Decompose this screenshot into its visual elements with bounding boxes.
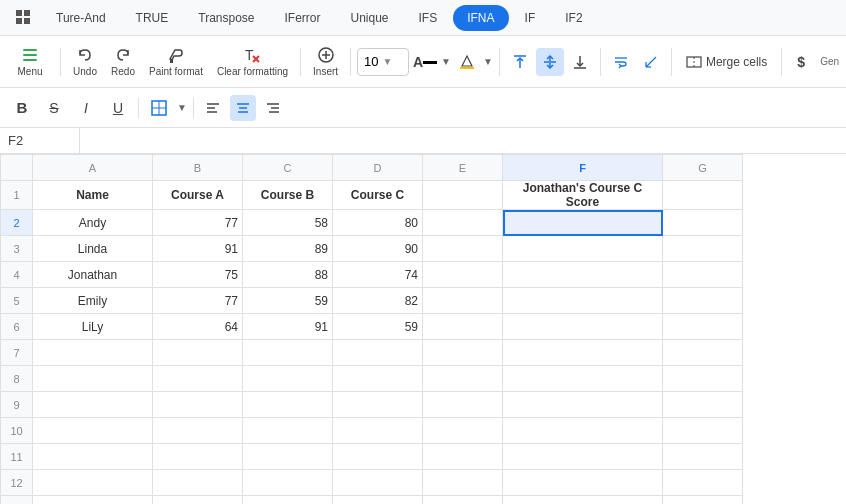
text-rotate-button[interactable] [637, 48, 665, 76]
cell-g1[interactable] [663, 181, 743, 210]
currency-icon: $ [797, 54, 805, 70]
clear-formatting-button[interactable]: T Clear formatting [211, 42, 294, 81]
paint-format-button[interactable]: Paint format [143, 42, 209, 81]
cell-a6[interactable]: LiLy [33, 314, 153, 340]
cell-b6[interactable]: 64 [153, 314, 243, 340]
tab-ifna[interactable]: IFNA [453, 5, 508, 31]
cell-c2[interactable]: 58 [243, 210, 333, 236]
strikethrough-button[interactable]: S [40, 94, 68, 122]
col-header-d[interactable]: D [333, 155, 423, 181]
cell-d5[interactable]: 82 [333, 288, 423, 314]
valign-top-button[interactable] [506, 48, 534, 76]
font-color-button[interactable]: A [411, 48, 439, 76]
cell-e2[interactable] [423, 210, 503, 236]
text-wrap-button[interactable] [607, 48, 635, 76]
table-row: 1 Name Course A Course B Course C Jonath… [1, 181, 743, 210]
font-color-dropdown[interactable]: ▼ [441, 56, 451, 67]
cell-d1[interactable]: Course C [333, 181, 423, 210]
text-rotate-icon [643, 54, 659, 70]
font-size-selector[interactable]: 10 ▼ [357, 48, 409, 76]
currency-button[interactable]: $ [788, 49, 814, 75]
cell-c5[interactable]: 59 [243, 288, 333, 314]
cell-b2[interactable]: 77 [153, 210, 243, 236]
cell-g3[interactable] [663, 236, 743, 262]
col-header-g[interactable]: G [663, 155, 743, 181]
cell-c6[interactable]: 91 [243, 314, 333, 340]
cell-a5[interactable]: Emily [33, 288, 153, 314]
merge-icon [686, 54, 702, 70]
cell-e3[interactable] [423, 236, 503, 262]
cell-f3[interactable] [503, 236, 663, 262]
row-num-3: 3 [1, 236, 33, 262]
cell-d4[interactable]: 74 [333, 262, 423, 288]
cell-d2[interactable]: 80 [333, 210, 423, 236]
underline-button[interactable]: U [104, 94, 132, 122]
undo-button[interactable]: Undo [67, 42, 103, 81]
cell-c1[interactable]: Course B [243, 181, 333, 210]
tab-ture-and[interactable]: Ture-And [42, 5, 120, 31]
borders-button[interactable] [145, 94, 173, 122]
svg-rect-4 [23, 49, 37, 51]
tab-true[interactable]: TRUE [122, 5, 183, 31]
cell-e5[interactable] [423, 288, 503, 314]
borders-dropdown[interactable]: ▼ [177, 102, 187, 113]
cell-e6[interactable] [423, 314, 503, 340]
col-header-e[interactable]: E [423, 155, 503, 181]
col-header-a[interactable]: A [33, 155, 153, 181]
cell-f2[interactable] [503, 210, 663, 236]
formula-bar[interactable] [80, 128, 846, 153]
cell-a2[interactable]: Andy [33, 210, 153, 236]
insert-button[interactable]: Insert [307, 42, 344, 81]
grid-container[interactable]: A B C D E F G 1 Name Course A Course B C… [0, 154, 846, 504]
cell-g5[interactable] [663, 288, 743, 314]
italic-button[interactable]: I [72, 94, 100, 122]
cell-ref-box[interactable]: F2 [0, 128, 80, 153]
tab-if[interactable]: IF [511, 5, 550, 31]
gen-label: Gen [820, 56, 839, 67]
cell-g6[interactable] [663, 314, 743, 340]
cell-f5[interactable] [503, 288, 663, 314]
cell-a4[interactable]: Jonathan [33, 262, 153, 288]
align-right-button[interactable] [260, 95, 286, 121]
cell-f4[interactable] [503, 262, 663, 288]
sep5 [600, 48, 601, 76]
fmt-sep1 [138, 98, 139, 118]
cell-a3[interactable]: Linda [33, 236, 153, 262]
tab-unique[interactable]: Unique [337, 5, 403, 31]
cell-b3[interactable]: 91 [153, 236, 243, 262]
menu-button[interactable]: Menu [6, 42, 54, 81]
cell-b1[interactable]: Course A [153, 181, 243, 210]
fill-color-dropdown[interactable]: ▼ [483, 56, 493, 67]
merge-cells-button[interactable]: Merge cells [678, 52, 775, 72]
cell-g2[interactable] [663, 210, 743, 236]
cell-a1[interactable]: Name [33, 181, 153, 210]
cell-d6[interactable]: 59 [333, 314, 423, 340]
align-center-button[interactable] [230, 95, 256, 121]
bold-button[interactable]: B [8, 94, 36, 122]
tab-if2[interactable]: IF2 [551, 5, 596, 31]
fill-color-button[interactable] [453, 48, 481, 76]
col-header-f[interactable]: F [503, 155, 663, 181]
cell-c3[interactable]: 89 [243, 236, 333, 262]
tab-iferror[interactable]: IFerror [271, 5, 335, 31]
cell-e4[interactable] [423, 262, 503, 288]
cell-g4[interactable] [663, 262, 743, 288]
tab-transpose[interactable]: Transpose [184, 5, 268, 31]
valign-middle-button[interactable] [536, 48, 564, 76]
cell-f1[interactable]: Jonathan's Course C Score [503, 181, 663, 210]
valign-bottom-button[interactable] [566, 48, 594, 76]
apps-menu-btn[interactable] [8, 2, 40, 34]
row-num-9: 9 [1, 392, 33, 418]
cell-d3[interactable]: 90 [333, 236, 423, 262]
align-left-button[interactable] [200, 95, 226, 121]
tab-ifs[interactable]: IFS [405, 5, 452, 31]
col-header-b[interactable]: B [153, 155, 243, 181]
cell-b5[interactable]: 77 [153, 288, 243, 314]
cell-c4[interactable]: 88 [243, 262, 333, 288]
cell-e1[interactable] [423, 181, 503, 210]
redo-button[interactable]: Redo [105, 42, 141, 81]
col-header-c[interactable]: C [243, 155, 333, 181]
cell-b4[interactable]: 75 [153, 262, 243, 288]
fmt-sep2 [193, 98, 194, 118]
cell-f6[interactable] [503, 314, 663, 340]
